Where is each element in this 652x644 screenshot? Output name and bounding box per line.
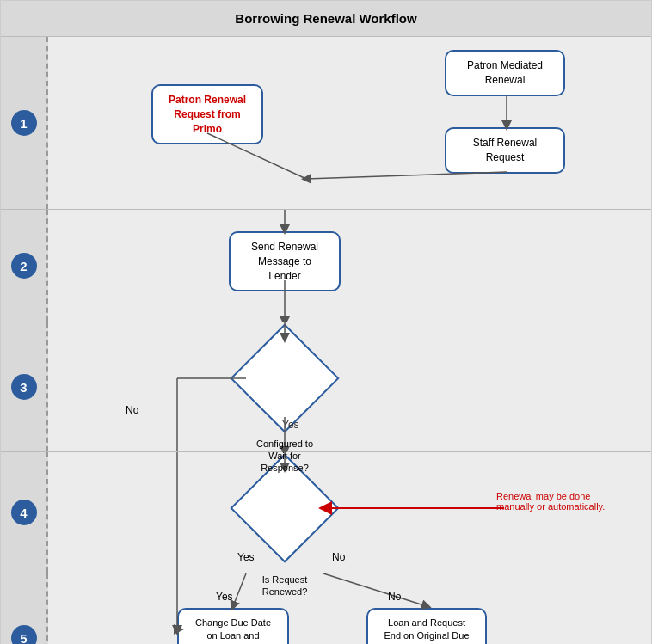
lane-4: 4 Is Request Renewed? Renewal may be don…	[1, 452, 651, 573]
change-due-box: Change Due Date on Loan and Borrowing Re…	[177, 608, 289, 644]
yes-label-1: Yes	[282, 419, 299, 431]
patron-renewal-box: Patron Renewal Request from Primo	[151, 84, 263, 144]
no-label-2: No	[332, 551, 345, 563]
diagram-container: Borrowing Renewal Workflow 1 Patron Rene…	[0, 0, 652, 644]
lane-badge-4: 4	[11, 500, 37, 525]
lane-number-4: 4	[1, 452, 48, 573]
lane-badge-2: 2	[11, 253, 37, 279]
lane-badge-5: 5	[11, 625, 37, 644]
diagram-title: Borrowing Renewal Workflow	[1, 1, 651, 37]
lane-1-content: Patron Renewal Request from Primo Patron…	[48, 37, 651, 209]
lane-4-content: Is Request Renewed? Renewal may be done …	[48, 452, 651, 573]
configured-diamond-wrapper: Configured to Wait for Response?	[246, 340, 323, 417]
lane-3-content: Configured to Wait for Response? No Yes	[48, 322, 651, 451]
lane-number-1: 1	[1, 37, 48, 209]
lane-badge-1: 1	[11, 110, 37, 136]
lane-5: 5 Change Due Date on Loan and Borrowing …	[1, 573, 651, 644]
configured-diamond	[230, 323, 339, 432]
no-label-1: No	[126, 404, 138, 416]
lane-5-content: Change Due Date on Loan and Borrowing Re…	[48, 573, 651, 644]
lane-number-5: 5	[1, 573, 48, 644]
patron-mediated-box: Patron Mediated Renewal	[445, 50, 565, 96]
lane-number-3: 3	[1, 322, 48, 451]
lane-2-svg	[48, 210, 651, 322]
no-label-lane5: No	[388, 591, 401, 603]
is-renewed-diamond	[230, 453, 339, 562]
staff-renewal-box: Staff Renewal Request	[445, 127, 565, 174]
lane-5-svg	[48, 573, 651, 644]
diagram-body: 1 Patron Renewal Request from Primo Patr…	[1, 37, 651, 644]
lane-4-svg	[48, 452, 651, 573]
loan-end-box: Loan and Request End on Original Due Dat…	[366, 608, 487, 644]
svg-line-12	[233, 573, 246, 606]
lane-2-content: Send Renewal Message to Lender	[48, 210, 651, 322]
renewal-note: Renewal may be done manually or automati…	[496, 491, 625, 512]
lane-3-svg	[48, 322, 651, 451]
yes-label-lane5: Yes	[216, 591, 233, 603]
send-renewal-box: Send Renewal Message to Lender	[229, 231, 341, 291]
yes-label-2: Yes	[237, 551, 255, 563]
svg-line-13	[323, 573, 427, 606]
lane-badge-3: 3	[11, 374, 37, 400]
is-renewed-diamond-wrapper: Is Request Renewed?	[246, 469, 323, 547]
lane-number-2: 2	[1, 210, 48, 322]
lane-2: 2 Send Renewal Message to Lender	[1, 210, 651, 322]
lane-1: 1 Patron Renewal Request from Primo Patr…	[1, 37, 651, 210]
lane-3: 3 Configured to Wait for Response? No Ye…	[1, 322, 651, 452]
